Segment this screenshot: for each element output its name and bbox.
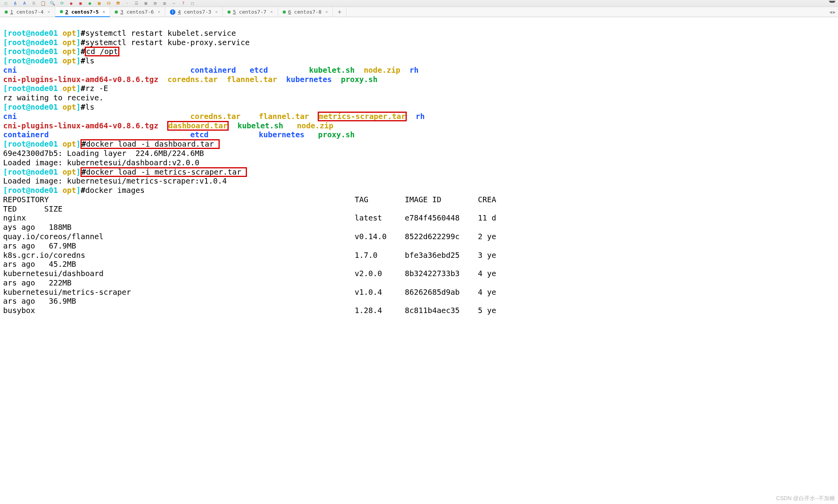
close-icon[interactable]: × — [325, 9, 328, 14]
paste-icon[interactable]: 📋 — [40, 1, 47, 6]
ls-item: cni-plugins-linux-amd64-v0.8.6.tgz — [3, 121, 158, 130]
close-icon[interactable]: × — [47, 9, 50, 14]
ls-item: dashboard.tar — [168, 121, 229, 130]
prompt-close: ] — [76, 38, 81, 47]
terminal-output[interactable]: [root@node01 opt]#systemctl restart kube… — [0, 17, 838, 504]
more-icon[interactable]: ⋯ — [170, 1, 177, 6]
grid-icon[interactable]: ▦ — [142, 1, 149, 6]
ls-item: kubernetes — [286, 75, 332, 84]
save-icon[interactable]: ▢ — [2, 1, 9, 6]
output-line: rz waiting to receive. — [3, 93, 103, 102]
prompt-close: ] — [76, 186, 81, 195]
stop-icon[interactable]: ▣ — [77, 1, 84, 6]
tab-next-button[interactable]: ▶ — [833, 9, 836, 15]
font-a-icon[interactable]: A̱ — [12, 1, 19, 6]
cmd-line: #docker load -i metrics-scraper.tar — [81, 168, 247, 177]
db-icon[interactable]: ⛁ — [105, 1, 112, 6]
reload-icon[interactable]: ⟳ — [58, 1, 65, 6]
w-icon[interactable]: ▦ — [96, 1, 103, 6]
prompt-user: [root@node01 — [3, 168, 63, 177]
copy-icon[interactable]: ⎘ — [30, 1, 37, 6]
prompt-user: [root@node01 — [3, 186, 63, 195]
cmd-line: ls — [85, 56, 94, 65]
tab-centos7-7[interactable]: 5 centos7-7 × — [223, 7, 278, 17]
tab-centos7-3[interactable]: i 4 centos7-3 × — [165, 7, 223, 17]
help-icon[interactable]: ? — [180, 1, 187, 6]
table-row: ars ago 67.9MB — [3, 242, 76, 250]
toolbar-dropdown[interactable] — [829, 1, 836, 6]
prompt-path: opt — [63, 186, 76, 195]
tab-label: 6 centos7-8 — [288, 9, 322, 15]
output-line: 69e42300d7b5: Loading layer 224.6MB/224.… — [3, 149, 204, 158]
prompt-close: ] — [76, 168, 81, 177]
prompt-path: opt — [63, 38, 76, 47]
tab-add-button[interactable]: + — [333, 7, 346, 17]
search-icon[interactable]: 🔍 — [49, 1, 56, 6]
prompt-hash: # — [81, 29, 86, 38]
tab-centos7-4[interactable]: 1 centos7-4 × — [0, 7, 55, 17]
prompt-hash: # — [81, 38, 86, 47]
ls-item: node.zip — [297, 121, 333, 130]
db2-icon[interactable]: ⛃ — [114, 1, 121, 6]
ls-item: metrics-scraper.tar — [318, 112, 406, 121]
prompt-user: [root@node01 — [3, 56, 63, 65]
ls-item: rh — [409, 66, 418, 75]
dot-icon[interactable]: ● — [86, 1, 93, 6]
prompt-path: opt — [63, 140, 76, 149]
table-row: ars ago 36.9MB — [3, 297, 76, 306]
run-icon[interactable]: ◉ — [68, 1, 75, 6]
cmd-line: systemctl restart kubelet.service — [85, 29, 236, 38]
tab-centos7-8[interactable]: 6 centos7-8 × — [278, 7, 333, 17]
table-row: ays ago 188MB — [3, 223, 72, 232]
ls-item: etcd — [190, 130, 208, 139]
ls-item: coredns.tar — [168, 75, 218, 84]
tab-label: 1 centos7-4 — [10, 9, 44, 15]
prompt-hash: # — [81, 186, 86, 195]
close-icon[interactable]: × — [215, 9, 218, 14]
prompt-user: [root@node01 — [3, 140, 63, 149]
tab-strip: 1 centos7-4 × 2 centos7-5 × 3 centos7-6 … — [0, 7, 838, 17]
list-icon[interactable]: ☰ — [133, 1, 140, 6]
prompt-path: opt — [63, 168, 76, 177]
table-row: kubernetesui/metrics-scraper v1.0.4 8626… — [3, 288, 496, 297]
tab-prev-button[interactable]: ◀ — [829, 9, 832, 15]
cmd-line: #docker load -i dashboard.tar — [81, 140, 219, 149]
prompt-user: [root@node01 — [3, 84, 63, 93]
toolbar: ▢ A̱ A ⎘ 📋 🔍 ⟳ ◉ ▣ ● ▦ ⛁ ⛃ · ☰ ▦ ▤ ▥ ⋯ ?… — [0, 0, 838, 7]
ls-item: rh — [416, 112, 425, 121]
layout-icon[interactable]: ▤ — [152, 1, 159, 6]
app-icon[interactable]: □ — [189, 1, 196, 6]
prompt-path: opt — [63, 29, 76, 38]
cmd-line: rz -E — [85, 84, 108, 93]
prompt-close: ] — [76, 47, 81, 56]
close-icon[interactable]: × — [103, 9, 105, 14]
table-header: TED SIZE — [3, 205, 63, 214]
ls-item: cni — [3, 66, 17, 75]
ls-item: kubelet.sh — [309, 66, 355, 75]
prompt-close: ] — [76, 56, 81, 65]
layout2-icon[interactable]: ▥ — [161, 1, 168, 6]
table-row: nginx latest e784f4560448 11 d — [3, 214, 496, 222]
close-icon[interactable]: × — [270, 9, 273, 14]
ls-item: kubelet.sh — [238, 121, 283, 130]
tab-centos7-6[interactable]: 3 centos7-6 × — [110, 7, 165, 17]
info-badge-icon: i — [170, 9, 175, 15]
prompt-hash: # — [81, 47, 86, 56]
chevron-down-icon — [829, 1, 836, 6]
status-dot-icon — [227, 10, 231, 14]
tab-label: 5 centos7-7 — [233, 9, 266, 15]
prompt-close: ] — [76, 140, 81, 149]
prompt-hash: # — [81, 56, 86, 65]
prompt-path: opt — [63, 56, 76, 65]
ls-item: containerd — [3, 130, 49, 139]
prompt-hash: # — [81, 103, 86, 112]
cmd-line: docker images — [85, 186, 145, 195]
font-a2-icon[interactable]: A — [21, 1, 28, 6]
close-icon[interactable]: × — [158, 9, 161, 14]
tab-centos7-5[interactable]: 2 centos7-5 × — [55, 7, 110, 17]
ls-item: proxy.sh — [318, 130, 355, 139]
prompt-hash: # — [81, 84, 86, 93]
cmd-line: cd /opt — [85, 47, 119, 56]
table-row: quay.io/coreos/flannel v0.14.0 8522d6222… — [3, 232, 496, 241]
table-row: kubernetesui/dashboard v2.0.0 8b32422733… — [3, 269, 496, 278]
